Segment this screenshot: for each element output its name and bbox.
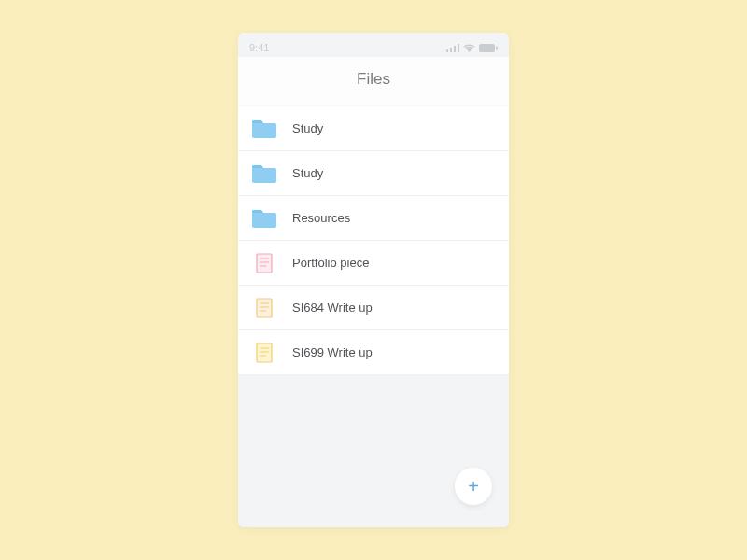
svg-rect-1: [450, 48, 452, 52]
file-row[interactable]: SI684 Write up: [238, 286, 509, 330]
item-label: Study: [292, 121, 323, 135]
folder-icon: [251, 163, 277, 184]
item-label: SI684 Write up: [292, 301, 373, 315]
document-icon: [251, 343, 277, 363]
folder-row[interactable]: Resources: [238, 196, 509, 241]
document-icon: [251, 298, 277, 318]
svg-rect-0: [446, 49, 448, 52]
item-label: Study: [292, 166, 323, 180]
file-row[interactable]: Portfolio piece: [238, 241, 509, 286]
svg-rect-14: [257, 343, 272, 362]
status-bar: 9:41: [238, 38, 509, 57]
folder-row[interactable]: Study: [238, 151, 509, 196]
cellular-icon: [446, 44, 459, 52]
svg-rect-4: [479, 44, 495, 52]
status-icons: [446, 44, 498, 52]
item-label: Portfolio piece: [292, 256, 369, 270]
folder-icon: [251, 119, 277, 139]
page-title: Files: [238, 70, 509, 89]
empty-area: [238, 375, 509, 527]
svg-rect-2: [454, 46, 456, 52]
svg-rect-10: [257, 299, 272, 317]
file-list: Study Study Resources: [238, 106, 509, 375]
folder-row[interactable]: Study: [238, 106, 509, 151]
phone-screen: 9:41: [238, 33, 509, 527]
app-header: Files: [238, 57, 509, 106]
file-row[interactable]: SI699 Write up: [238, 330, 509, 375]
battery-icon: [479, 44, 498, 52]
add-button[interactable]: +: [455, 468, 492, 505]
wifi-icon: [463, 44, 475, 52]
svg-rect-3: [458, 44, 459, 52]
item-label: SI699 Write up: [292, 345, 373, 359]
svg-rect-5: [496, 46, 498, 49]
item-label: Resources: [292, 211, 350, 225]
svg-rect-6: [257, 254, 272, 273]
document-icon: [251, 253, 277, 273]
folder-icon: [251, 208, 277, 229]
status-time: 9:41: [249, 42, 269, 53]
plus-icon: +: [468, 476, 479, 497]
